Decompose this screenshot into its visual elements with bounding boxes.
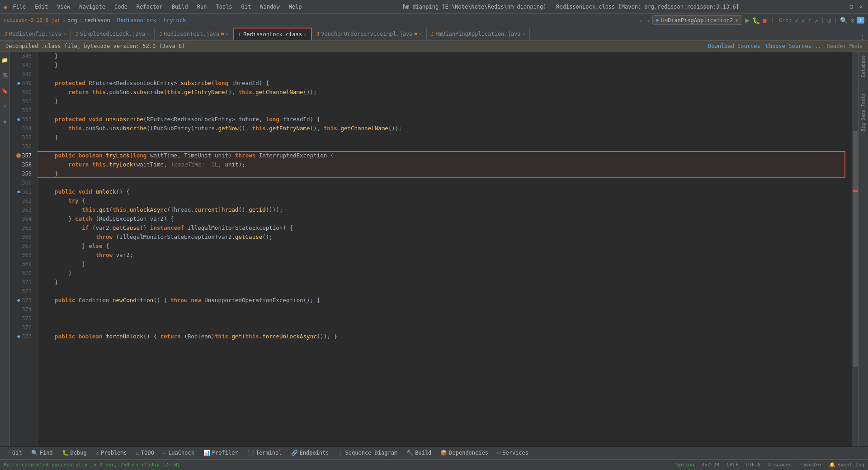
- git-tool-button[interactable]: ⑂ Git: [4, 449, 26, 457]
- forward-button[interactable]: →: [646, 17, 649, 24]
- java-icon: J: [5, 32, 7, 37]
- line-ending-indicator[interactable]: CRLF: [726, 462, 739, 468]
- tab-close-icon[interactable]: ×: [147, 32, 150, 37]
- menu-build[interactable]: Build: [170, 3, 190, 11]
- settings-button[interactable]: ⚙: [850, 17, 854, 24]
- git-update-button[interactable]: ✓: [802, 17, 805, 24]
- maximize-button[interactable]: □: [848, 4, 854, 10]
- menu-view[interactable]: View: [55, 3, 72, 11]
- encoding-indicator[interactable]: UTF-8: [746, 462, 761, 468]
- tab-close-icon[interactable]: ×: [419, 32, 422, 37]
- app-window: ◆ File Edit View Navigate Code Refactor …: [0, 0, 868, 470]
- menu-help[interactable]: Help: [287, 3, 304, 11]
- tab-label: RedissonTest.java: [164, 31, 219, 37]
- tab-close-icon[interactable]: ×: [226, 32, 228, 37]
- breadcrumb-org[interactable]: org: [67, 17, 77, 24]
- menu-tools[interactable]: Tools: [214, 3, 234, 11]
- menu-code[interactable]: Code: [113, 3, 129, 11]
- sequence-diagram-tool-button[interactable]: ⋮ Sequence Diagram: [335, 449, 401, 457]
- window-controls: – □ ✕: [838, 4, 864, 10]
- tab-close-icon[interactable]: ×: [63, 32, 66, 37]
- debug-run-button[interactable]: 🐛: [752, 17, 760, 24]
- tab-voucher-order[interactable]: J VoucherOrderServiceImpl.java ×: [312, 28, 426, 40]
- tabs-overflow-button[interactable]: ⋮: [857, 34, 868, 40]
- build-tool-icon: 🔨: [406, 450, 413, 456]
- bookmarks-icon[interactable]: 🔖: [1, 88, 8, 94]
- breadcrumb-class[interactable]: RedissonLock: [117, 17, 156, 24]
- breakpoint-icon[interactable]: [16, 153, 21, 158]
- event-log-button[interactable]: 🔔 Event Log: [829, 462, 864, 468]
- line-376: 376: [12, 323, 33, 332]
- breadcrumb-redisson[interactable]: redisson: [84, 17, 110, 24]
- services-tool-button[interactable]: ⚙ Services: [494, 449, 532, 457]
- database-icon-label[interactable]: Database: [861, 55, 866, 77]
- build-tool-button[interactable]: 🔨 Build: [403, 449, 435, 457]
- position-indicator[interactable]: 357:20: [701, 462, 719, 468]
- terminal-tool-icon: ⬛: [247, 450, 254, 456]
- menu-navigate[interactable]: Navigate: [77, 3, 107, 11]
- project-icon[interactable]: 📁: [1, 57, 8, 63]
- git-check-button[interactable]: ✓: [795, 17, 798, 24]
- menu-file[interactable]: File: [11, 3, 28, 11]
- code-editor[interactable]: } } protected RFuture<RedissonLockEntry>…: [38, 52, 852, 446]
- menu-edit[interactable]: Edit: [33, 3, 50, 11]
- minimize-button[interactable]: –: [838, 4, 844, 10]
- dropdown-icon: ▾: [735, 17, 738, 24]
- menu-run[interactable]: Run: [195, 3, 209, 11]
- line-356: 356: [12, 142, 33, 151]
- indent-indicator[interactable]: 4 spaces: [768, 462, 792, 468]
- tab-redis-config[interactable]: J RedisConfig.java ×: [0, 28, 71, 40]
- structure-icon[interactable]: 🏗: [2, 72, 8, 79]
- find-tool-button[interactable]: 🔍 Find: [28, 449, 57, 457]
- code-line-351: }: [41, 97, 852, 106]
- reader-mode-button[interactable]: Reader Mode: [827, 43, 863, 49]
- menu-git[interactable]: Git: [240, 3, 253, 11]
- run-button[interactable]: ▶: [745, 16, 750, 24]
- tab-close-icon[interactable]: ×: [304, 32, 307, 37]
- dependencies-tool-button[interactable]: 📦 Dependencies: [437, 449, 492, 457]
- line-numbers-gutter: 346 347 348 ●349 350 351 352 ●353 354 35…: [10, 52, 38, 446]
- line-352: 352: [12, 106, 33, 115]
- vertical-scrollbar[interactable]: [852, 52, 858, 446]
- git-branch-button[interactable]: ↗: [814, 17, 818, 24]
- search-button[interactable]: 🔍: [840, 17, 848, 24]
- git-tool-label: Git: [12, 450, 22, 456]
- git-icon[interactable]: ⑂: [3, 103, 6, 109]
- menu-refactor[interactable]: Refactor: [135, 3, 165, 11]
- sequence-diagram-tool-icon: ⋮: [338, 450, 344, 456]
- code-line-364: } catch (RedisException var2) {: [41, 214, 852, 223]
- run-config-icon: ▶: [656, 17, 660, 23]
- terminal-tool-button[interactable]: ⬛ Terminal: [244, 449, 286, 457]
- back-button[interactable]: ←: [639, 17, 643, 24]
- git-push-button[interactable]: ↑: [808, 17, 811, 24]
- big-data-tools-label[interactable]: Big Data Tools: [861, 93, 866, 131]
- run-config-selector[interactable]: ▶ HmDianPingApplication2 ▾: [652, 15, 742, 25]
- pull-requests-icon[interactable]: ⇅: [3, 119, 6, 125]
- download-sources-link[interactable]: Download Sources: [708, 43, 760, 49]
- choose-sources-link[interactable]: Choose Sources...: [766, 43, 821, 49]
- stop-button[interactable]: ■: [763, 17, 766, 24]
- tab-simple-redis-lock[interactable]: J SimpleRedisLock.java ×: [71, 28, 155, 40]
- tab-close-icon[interactable]: ×: [522, 32, 525, 37]
- build-tool-label: Build: [415, 450, 431, 456]
- code-line-373: public Condition newCondition() { throw …: [41, 296, 852, 305]
- tab-hm-dian-ping-application[interactable]: J HmDianPingApplication.java ×: [427, 28, 530, 40]
- close-button[interactable]: ✕: [858, 4, 864, 10]
- line-372: 372: [12, 287, 33, 296]
- luacheck-tool-button[interactable]: ✏ LuaCheck: [160, 449, 198, 457]
- undo-button[interactable]: ↺: [827, 17, 831, 24]
- menu-window[interactable]: Window: [258, 3, 281, 11]
- branch-indicator[interactable]: ⑂ master: [799, 462, 822, 468]
- scrollbar-thumb[interactable]: [853, 131, 858, 368]
- debug-tool-button[interactable]: 🐛 Debug: [58, 449, 90, 457]
- tab-label: RedissonLock.class: [243, 31, 302, 38]
- endpoints-tool-button[interactable]: 🔗 Endpoints: [288, 449, 333, 457]
- tab-redisson-test[interactable]: J RedissonTest.java ×: [155, 28, 233, 40]
- line-367: 367: [12, 242, 33, 251]
- profiler-tool-button[interactable]: 📊 Profiler: [200, 449, 242, 457]
- line-361: ●361: [12, 187, 33, 196]
- breadcrumb-method[interactable]: tryLock: [163, 17, 186, 24]
- todo-tool-button[interactable]: ☑ TODO: [132, 449, 158, 457]
- problems-tool-button[interactable]: ⚠ Problems: [92, 449, 131, 457]
- tab-redisson-lock[interactable]: C RedissonLock.class ×: [233, 28, 312, 40]
